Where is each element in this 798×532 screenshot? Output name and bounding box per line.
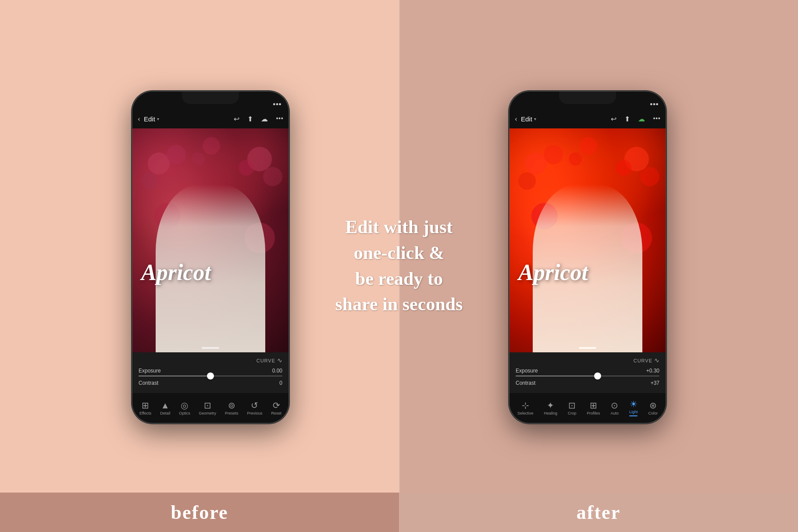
curve-row-before: CURVE ∿ xyxy=(139,357,282,364)
photo-after: Apricot xyxy=(509,128,666,352)
contrast-row-before: Contrast 0 xyxy=(139,380,282,386)
curve-label-before: CURVE xyxy=(256,358,275,363)
svg-point-0 xyxy=(148,153,170,174)
detail-icon: ▲ xyxy=(161,401,170,410)
color-label: Color xyxy=(648,411,658,415)
photo-background-before: Apricot xyxy=(132,128,289,352)
reset-label: Reset xyxy=(271,411,281,415)
before-phone: ●●● ‹ Edit ▾ ↩ ⬆ ☁ ••• xyxy=(132,91,289,424)
auto-label: Auto xyxy=(610,411,619,415)
svg-point-7 xyxy=(192,153,205,166)
svg-point-11 xyxy=(518,172,536,190)
status-icons-before: ●●● xyxy=(273,101,281,106)
share-icon-before[interactable]: ⬆ xyxy=(247,115,253,123)
contrast-value-before: 0 xyxy=(279,380,282,386)
more-icon-after[interactable]: ••• xyxy=(653,115,660,123)
exposure-value-after: +0.30 xyxy=(646,368,659,374)
status-icons-after: ●●● xyxy=(650,101,659,106)
photo-background-after: Apricot xyxy=(509,128,666,352)
tool-detail[interactable]: ▲ Detail xyxy=(160,401,170,415)
more-icon-before[interactable]: ••• xyxy=(276,115,283,123)
edit-panel-after: CURVE ∿ Exposure +0.30 Contrast +37 xyxy=(509,352,666,393)
light-label: Light xyxy=(629,410,638,414)
exposure-track-before[interactable] xyxy=(139,376,282,376)
tagline-line1: Edit with just xyxy=(345,217,452,237)
tool-color[interactable]: ⊛ Color xyxy=(648,401,658,415)
presets-icon: ⊚ xyxy=(228,401,235,410)
tool-geometry[interactable]: ⊡ Geometry xyxy=(199,401,217,415)
share-icon-after[interactable]: ⬆ xyxy=(624,115,630,123)
photo-title-before: Apricot xyxy=(132,259,289,285)
light-icon: ☀ xyxy=(630,400,638,408)
optics-label: Optics xyxy=(179,411,190,415)
crop-icon: ⊡ xyxy=(568,401,576,410)
svg-point-6 xyxy=(203,137,220,155)
toolbar-after: ⊹ Selective ✦ Healing ⊡ Crop ⊞ Profiles … xyxy=(509,393,666,423)
tool-healing[interactable]: ✦ Healing xyxy=(544,401,557,415)
exposure-value-before: 0.00 xyxy=(272,368,282,374)
back-icon-before[interactable]: ‹ xyxy=(138,114,140,124)
previous-icon: ↺ xyxy=(251,401,258,410)
phone-notch-before xyxy=(182,92,239,104)
svg-point-15 xyxy=(616,160,631,176)
svg-point-14 xyxy=(640,167,659,186)
profiles-label: Profiles xyxy=(587,411,600,415)
tagline-line4: share in seconds xyxy=(335,294,463,315)
exposure-thumb-after[interactable] xyxy=(594,372,601,379)
effects-label: Effects xyxy=(139,411,151,415)
cloud-icon-after[interactable]: ☁ xyxy=(638,115,645,123)
edit-title-after: Edit ▾ xyxy=(521,115,536,123)
tool-previous[interactable]: ↺ Previous xyxy=(247,401,262,415)
tool-optics[interactable]: ◎ Optics xyxy=(179,401,190,415)
exposure-fill-before xyxy=(139,376,210,376)
svg-point-10 xyxy=(525,153,547,174)
light-underline xyxy=(629,415,638,416)
selective-label: Selective xyxy=(517,411,534,415)
scroll-indicator-after xyxy=(579,347,596,349)
edit-bar-after: ‹ Edit ▾ ↩ ⬆ ☁ ••• xyxy=(509,109,666,128)
tool-reset[interactable]: ⟳ Reset xyxy=(271,401,281,415)
photo-title-after: Apricot xyxy=(509,259,666,285)
svg-point-2 xyxy=(167,145,186,164)
crop-label: Crop xyxy=(568,411,577,415)
bottom-bar: before after xyxy=(0,493,798,532)
cloud-icon-before[interactable]: ☁ xyxy=(261,115,268,123)
tool-auto[interactable]: ⊙ Auto xyxy=(610,401,619,415)
photo-before: Apricot xyxy=(132,128,289,352)
exposure-fill-after xyxy=(516,376,598,376)
effects-icon: ⊞ xyxy=(142,401,149,410)
tool-light[interactable]: ☀ Light xyxy=(629,400,638,416)
exposure-thumb-before[interactable] xyxy=(207,372,214,379)
tagline-line2: one-click & xyxy=(354,243,444,263)
tool-effects[interactable]: ⊞ Effects xyxy=(139,401,151,415)
optics-icon: ◎ xyxy=(181,401,188,410)
previous-label: Previous xyxy=(247,411,262,415)
auto-icon: ⊙ xyxy=(611,401,618,410)
before-label: before xyxy=(0,493,399,532)
contrast-row-after: Contrast +37 xyxy=(516,380,659,386)
curve-icon-after[interactable]: ∿ xyxy=(654,357,659,364)
svg-point-5 xyxy=(239,160,254,176)
edit-title-before: Edit ▾ xyxy=(144,115,159,123)
color-icon: ⊛ xyxy=(649,401,657,410)
after-phone: ●●● ‹ Edit ▾ ↩ ⬆ ☁ ••• xyxy=(509,91,666,424)
curve-icon-before[interactable]: ∿ xyxy=(277,357,282,364)
undo-icon-before[interactable]: ↩ xyxy=(234,115,239,123)
tool-presets[interactable]: ⊚ Presets xyxy=(225,401,239,415)
healing-icon: ✦ xyxy=(547,401,554,410)
presets-label: Presets xyxy=(225,411,239,415)
geometry-label: Geometry xyxy=(199,411,217,415)
tool-crop[interactable]: ⊡ Crop xyxy=(568,401,577,415)
back-icon-after[interactable]: ‹ xyxy=(515,114,517,124)
undo-icon-after[interactable]: ↩ xyxy=(611,115,616,123)
curve-row-after: CURVE ∿ xyxy=(516,357,659,364)
exposure-track-after[interactable] xyxy=(516,376,659,376)
exposure-label-after: Exposure xyxy=(516,368,538,374)
tool-selective[interactable]: ⊹ Selective xyxy=(517,401,534,415)
profiles-icon: ⊞ xyxy=(590,401,597,410)
tool-profiles[interactable]: ⊞ Profiles xyxy=(587,401,600,415)
edit-bar-before: ‹ Edit ▾ ↩ ⬆ ☁ ••• xyxy=(132,109,289,128)
svg-point-12 xyxy=(544,145,563,164)
svg-point-16 xyxy=(580,137,597,155)
edit-panel-before: CURVE ∿ Exposure 0.00 Contrast 0 xyxy=(132,352,289,393)
